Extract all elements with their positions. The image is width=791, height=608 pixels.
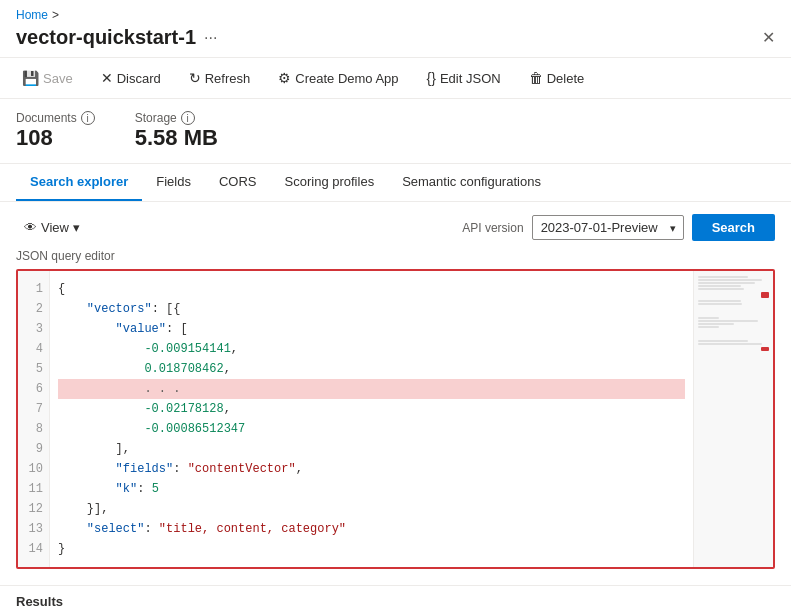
code-line-6: . . . [58, 379, 685, 399]
discard-button[interactable]: ✕ Discard [95, 66, 167, 90]
toolbar: 💾 Save ✕ Discard ↻ Refresh ⚙ Create Demo… [0, 58, 791, 99]
content-area: 👁 View ▾ API version 2023-07-01-Preview … [0, 202, 791, 581]
code-line-12: }], [58, 499, 685, 519]
documents-stat: Documents i 108 [16, 111, 95, 151]
mini-map-content [694, 271, 773, 356]
storage-value: 5.58 MB [135, 125, 218, 151]
storage-stat: Storage i 5.58 MB [135, 111, 218, 151]
breadcrumb-separator: > [52, 8, 59, 22]
more-options-icon[interactable]: ··· [204, 29, 217, 47]
save-button[interactable]: 💾 Save [16, 66, 79, 90]
api-version-area: API version 2023-07-01-Preview 2023-10-0… [462, 214, 775, 241]
delete-button[interactable]: 🗑 Delete [523, 66, 591, 90]
api-version-wrapper: 2023-07-01-Preview 2023-10-01-Preview 20… [532, 215, 684, 240]
results-label: Results [0, 585, 791, 608]
code-line-4: -0.009154141, [58, 339, 685, 359]
code-line-11: "k": 5 [58, 479, 685, 499]
chevron-down-icon: ▾ [73, 220, 80, 235]
documents-value: 108 [16, 125, 95, 151]
refresh-icon: ↻ [189, 70, 201, 86]
close-button[interactable]: ✕ [762, 28, 775, 47]
view-button[interactable]: 👁 View ▾ [16, 216, 88, 239]
eye-icon: 👁 [24, 220, 37, 235]
code-content[interactable]: { "vectors": [{ "value": [ -0.009154141,… [50, 271, 693, 567]
tab-cors[interactable]: CORS [205, 164, 271, 201]
tab-fields[interactable]: Fields [142, 164, 205, 201]
api-version-select[interactable]: 2023-07-01-Preview 2023-10-01-Preview 20… [532, 215, 684, 240]
breadcrumb: Home > [16, 8, 775, 22]
search-button[interactable]: Search [692, 214, 775, 241]
code-line-8: -0.00086512347 [58, 419, 685, 439]
json-editor[interactable]: 1 2 3 4 5 6 7 8 9 10 11 12 13 14 { "vect… [16, 269, 775, 569]
create-demo-app-button[interactable]: ⚙ Create Demo App [272, 66, 404, 90]
edit-json-button[interactable]: {} Edit JSON [421, 66, 507, 90]
code-line-5: 0.018708462, [58, 359, 685, 379]
code-line-7: -0.02178128, [58, 399, 685, 419]
json-icon: {} [427, 70, 436, 86]
minimap [693, 271, 773, 567]
code-line-3: "value": [ [58, 319, 685, 339]
discard-icon: ✕ [101, 70, 113, 86]
save-icon: 💾 [22, 70, 39, 86]
tab-semantic-configurations[interactable]: Semantic configurations [388, 164, 555, 201]
nav-tabs: Search explorer Fields CORS Scoring prof… [0, 164, 791, 202]
code-line-9: ], [58, 439, 685, 459]
page-title: vector-quickstart-1 [16, 26, 196, 49]
tab-search-explorer[interactable]: Search explorer [16, 164, 142, 201]
api-version-label: API version [462, 221, 523, 235]
demo-icon: ⚙ [278, 70, 291, 86]
code-line-14: } [58, 539, 685, 559]
query-toolbar: 👁 View ▾ API version 2023-07-01-Preview … [16, 214, 775, 241]
stats-bar: Documents i 108 Storage i 5.58 MB [0, 99, 791, 164]
breadcrumb-home[interactable]: Home [16, 8, 48, 22]
delete-icon: 🗑 [529, 70, 543, 86]
refresh-button[interactable]: ↻ Refresh [183, 66, 257, 90]
code-line-13: "select": "title, content, category" [58, 519, 685, 539]
code-line-10: "fields": "contentVector", [58, 459, 685, 479]
line-numbers: 1 2 3 4 5 6 7 8 9 10 11 12 13 14 [18, 271, 50, 567]
storage-info-icon[interactable]: i [181, 111, 195, 125]
tab-scoring-profiles[interactable]: Scoring profiles [271, 164, 389, 201]
editor-label: JSON query editor [16, 249, 775, 263]
code-line-2: "vectors": [{ [58, 299, 685, 319]
documents-info-icon[interactable]: i [81, 111, 95, 125]
code-line-1: { [58, 279, 685, 299]
